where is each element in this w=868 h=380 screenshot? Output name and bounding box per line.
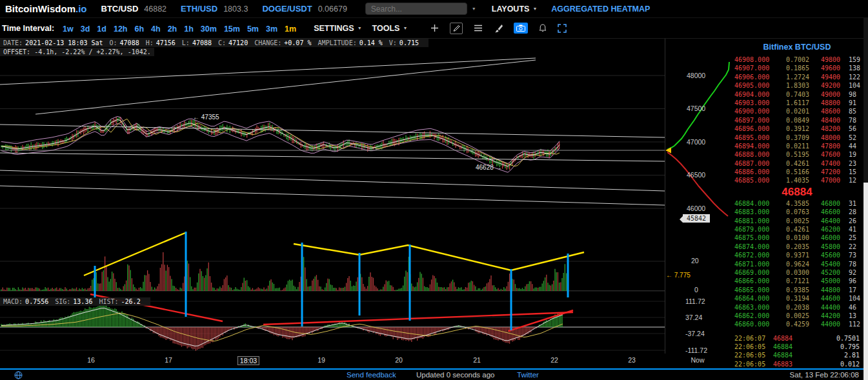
alert-button[interactable] [539,24,547,32]
interval-12h[interactable]: 12h [114,25,128,34]
topbar: BitcoinWisdom.io BTC/USD46882ETH/USD1803… [0,0,868,18]
orderbook-ask-row[interactable]: 46887.0000.42614740023 [731,159,863,168]
orderbook-ask-row[interactable]: 46900.0000.02014860085 [731,107,863,115]
bid-price: 46883.000 [734,208,777,216]
orderbook-ask-row[interactable]: 46907.0000.186549600138 [731,64,863,72]
ask-price: 46905.000 [734,81,777,90]
clock-text: Sat, 13 Feb 22:06:08 [790,371,859,379]
interval-2h[interactable]: 2h [168,25,177,34]
orderbook-ask-row[interactable]: 46906.0001.272449400122 [731,73,863,81]
orderbook-bid-row[interactable]: 46879.0000.42614620041 [731,225,863,234]
send-feedback-link[interactable]: Send feedback [347,371,396,379]
logo[interactable]: BitcoinWisdom.io [5,3,87,14]
orderbook-bid-row[interactable]: 46881.0000.00254640026 [731,217,863,225]
ask-price: 48600 [809,107,840,115]
brush-tool-button[interactable] [494,24,503,33]
orderbook-ask-row[interactable]: 46896.0000.39124820056 [731,125,863,133]
chevron-down-icon: ▼ [403,26,407,30]
bid-amount: 0.4259 [777,320,809,328]
interval-5m[interactable]: 5m [247,25,259,34]
settings-menu[interactable]: SETTINGS ▼ [314,24,361,33]
ask-amount: 91 [840,99,863,107]
orderbook-bid-row[interactable]: 46871.0000.96244540078 [731,260,863,268]
field-label: MACD: [3,298,23,305]
bid-amount: 92 [840,268,863,277]
screenshot-button[interactable] [514,23,528,34]
orderbook-ask-row[interactable]: 46894.0000.02114780044 [731,142,863,150]
indicator-list-button[interactable] [474,25,483,32]
offset-info-line: OFFSET: -4.1h, -2.22% / +2.27%, -1042. [0,48,154,56]
tools-menu[interactable]: TOOLS ▼ [372,24,408,33]
interval-1h[interactable]: 1h [184,25,194,34]
orderbook-ask-row[interactable]: 46895.0000.37094800052 [731,134,863,142]
interval-1d[interactable]: 1d [97,25,106,34]
ask-price: 47800 [809,142,840,150]
orderbook-bid-row[interactable]: 46862.0000.00254420013 [731,312,863,320]
orderbook-bid-row[interactable]: 46874.0000.20354580022 [731,243,863,251]
trades-list: 22:06:07468840.750122:06:05468840.79522:… [731,334,863,368]
trade-amount: 0.795 [805,343,863,351]
orderbook-ask-row[interactable]: 46905.0001.830349200104 [731,81,863,90]
orderbook-bid-row[interactable]: 46866.0000.71214500096 [731,277,863,285]
orderbook-bid-row[interactable]: 46884.0004.35854680031 [731,199,863,208]
bid-amount: 0.0025 [777,217,809,225]
search-input[interactable] [365,3,467,15]
twitter-link[interactable]: Twitter [517,371,539,379]
ask-price: 48200 [809,125,840,133]
orderbook-bid-row[interactable]: 46865.0000.93854480017 [731,286,863,294]
layouts-menu[interactable]: LAYOUTS ▼ [492,5,538,14]
bid-price: 46875.000 [734,234,777,242]
bid-amount: 26 [840,217,863,225]
fullscreen-button[interactable] [558,24,567,33]
ticker-list: BTC/USD46882ETH/USD1803.3DOGE/USDT0.0667… [87,4,347,14]
orderbook-bid-row[interactable]: 46869.0000.03004520092 [731,268,863,277]
trade-price: 46884 [773,351,805,359]
trade-row: 22:06:05468830.012 [731,360,863,368]
draw-tool-button[interactable] [450,23,463,34]
orderbook-bid-row[interactable]: 46864.0000.319444600104 [731,294,863,303]
asks-list: 46908.0000.70024980015946907.0000.186549… [731,55,863,185]
bid-amount: 4.3585 [777,199,809,208]
orderbook-bid-row[interactable]: 46872.0000.93714560073 [731,251,863,259]
bid-amount: 0.4261 [777,225,809,234]
ask-price: 49000 [809,90,840,99]
add-button[interactable] [430,24,439,32]
bid-price: 45400 [809,260,840,268]
orderbook-ask-row[interactable]: 46885.0001.40354700012 [731,176,863,185]
scrollbar-thumb[interactable] [863,18,868,183]
interval-30m[interactable]: 30m [201,25,217,34]
orderbook-bid-row[interactable]: 46883.0000.07634660028 [731,208,863,216]
ohlc-overlay: DATE:2021-02-13 18:03 SatO:47088H:47156L… [0,39,429,56]
scrollbar[interactable] [863,18,868,380]
bid-price: 46200 [809,225,840,234]
orderbook-ask-row[interactable]: 46886.0000.51664720015 [731,168,863,176]
field-label: AMPLITUDE: [318,39,356,46]
aggregated-heatmap-link[interactable]: AGGREGATED HEATMAP [551,5,650,14]
orderbook-ask-row[interactable]: 46897.0000.08494840078 [731,116,863,125]
interval-15m[interactable]: 15m [224,25,240,34]
interval-1m[interactable]: 1m [285,25,296,34]
globe-icon[interactable] [14,371,23,379]
ticker-eth-usd[interactable]: ETH/USD1803.3 [181,4,248,14]
orderbook-bid-row[interactable]: 46875.0000.01004600025 [731,234,863,242]
orderbook-bid-row[interactable]: 46860.0000.425944000112 [731,320,863,328]
ask-amount: 122 [840,73,863,81]
ticker-btc-usd[interactable]: BTC/USD46882 [101,4,167,14]
ticker-doge-usdt[interactable]: DOGE/USDT0.06679 [262,4,347,14]
orderbook-ask-row[interactable]: 46904.0000.74034900098 [731,90,863,99]
interval-1w[interactable]: 1w [63,25,74,34]
bid-price: 45800 [809,243,840,251]
interval-4h[interactable]: 4h [151,25,161,34]
search-dropdown-caret-icon[interactable]: ▼ [472,6,476,11]
ohlc-info-line: DATE:2021-02-13 18:03 SatO:47088H:47156L… [0,39,429,47]
interval-6h[interactable]: 6h [134,25,144,34]
orderbook-ask-row[interactable]: 46903.0001.61174880091 [731,99,863,107]
interval-3d[interactable]: 3d [81,25,90,34]
ask-price: 47600 [809,150,840,159]
orderbook-ask-row[interactable]: 46888.0000.51954760019 [731,150,863,159]
orderbook-bid-row[interactable]: 46863.0000.20384440046 [731,303,863,312]
trade-row: 22:06:07468840.7501 [731,334,863,343]
interval-3m[interactable]: 3m [266,25,278,34]
orderbook-ask-row[interactable]: 46908.0000.700249800159 [731,55,863,64]
field-label: SIG: [55,298,70,305]
